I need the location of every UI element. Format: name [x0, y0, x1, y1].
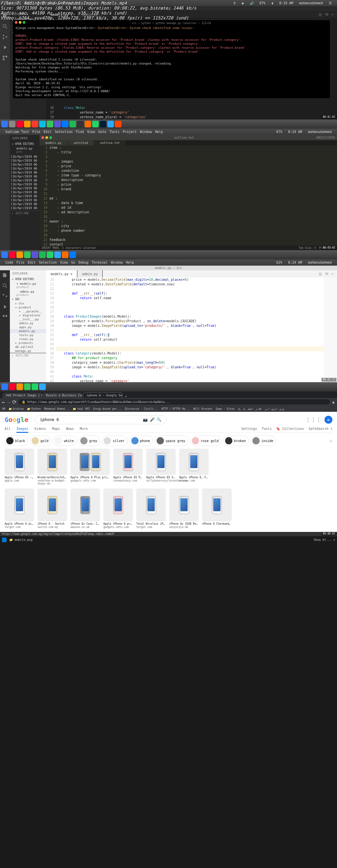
nav-news[interactable]: News	[66, 427, 74, 431]
chip[interactable]: inside	[251, 435, 276, 446]
dock-icon[interactable]	[62, 251, 68, 258]
nav-more[interactable]: More	[80, 427, 88, 431]
image-result[interactable]: Wiederaufbereitetes Apple iPhone 6 ...vo…	[37, 448, 67, 485]
dock-icon[interactable]	[24, 121, 31, 127]
dock-icon[interactable]	[1, 383, 8, 390]
file-item[interactable]: × models.py product	[10, 281, 46, 289]
code-content[interactable]: class Meta: verbose_name = 'category' ve…	[56, 106, 337, 120]
new-tab-button[interactable]: +	[123, 395, 129, 398]
git-icon[interactable]	[2, 293, 8, 299]
split-icon[interactable]: ◫	[319, 272, 321, 276]
bookmark[interactable]: Will Vincent	[193, 407, 212, 410]
dock-icon[interactable]	[17, 251, 23, 258]
code-content[interactable]: price = models.DecimalField(max_digits=1…	[56, 277, 324, 382]
dock-icon[interactable]	[1, 251, 8, 258]
image-result[interactable]: Apple iPhone 6S 32GB - Carr...cellphoner…	[146, 448, 176, 485]
menu-edit[interactable]: Edit	[28, 261, 35, 264]
menu-goto[interactable]: Goto	[98, 130, 106, 134]
terminal-panel[interactable]: src — python • python manage.py runserve…	[12, 20, 330, 99]
nav-images[interactable]: Images	[17, 427, 28, 433]
start-button[interactable]	[2, 537, 7, 542]
nav-settings[interactable]: Settings	[241, 427, 257, 431]
image-result[interactable]: iPhone 6 - Switchswitch.com.my	[37, 489, 67, 529]
bookmark[interactable]: فلاتر افضل ما يك	[238, 407, 262, 410]
close-icon[interactable]: ×	[70, 272, 72, 276]
nav-videos[interactable]: Videos	[34, 427, 46, 431]
nav-safesearch[interactable]: SafeSearch ▾	[309, 427, 332, 431]
image-result[interactable]: Apple iPhone 6, Fully Unlocked, 16...ama…	[179, 448, 209, 485]
minimap[interactable]	[324, 277, 337, 382]
dock-icon[interactable]	[1, 121, 8, 127]
dock-icon[interactable]	[54, 251, 61, 258]
dock-icon[interactable]	[47, 121, 53, 127]
search-box[interactable]: 📷 🎤 🔍	[35, 415, 166, 424]
dock-icon[interactable]	[17, 121, 23, 127]
chip[interactable]: black	[5, 435, 28, 446]
url-bar[interactable]: 🔒 https://www.google.com.eg/search?rl=en…	[19, 399, 330, 405]
tab-admin[interactable]: admin.py	[77, 270, 103, 277]
dock-icon[interactable]	[24, 383, 31, 390]
back-button[interactable]: ←	[2, 399, 5, 405]
bookmark[interactable]: HTTP / HTTPS He...	[161, 407, 190, 410]
volume-icon[interactable]: 🔊	[250, 1, 254, 5]
camera-icon[interactable]: 📷	[143, 417, 148, 422]
google-logo[interactable]: Google	[5, 416, 28, 424]
search-input[interactable]	[40, 417, 143, 422]
image-result[interactable]: Apple iPhone 6S Plus - 4 Col...renewatea…	[113, 448, 143, 485]
search-icon[interactable]: ⚲	[233, 1, 236, 5]
wifi-icon[interactable]: ◉	[242, 1, 244, 5]
debug-icon[interactable]	[2, 304, 8, 310]
dock-icon[interactable]	[77, 121, 84, 127]
compare-icon[interactable]: ⟲	[325, 272, 328, 276]
search-icon[interactable]	[2, 23, 8, 29]
image-result[interactable]: Total Wireless iPhone 6 32...target.com	[136, 489, 166, 529]
bookmark[interactable]: Discourse - Civili...	[125, 407, 158, 410]
dock-icon[interactable]	[39, 121, 46, 127]
dock-icon[interactable]	[85, 121, 91, 127]
chip[interactable]: rose gold	[190, 435, 221, 446]
username[interactable]: mahmoudahmed	[299, 1, 323, 5]
split-icon[interactable]: ◫	[319, 12, 321, 17]
dock-icon[interactable]	[47, 251, 53, 258]
bookmark[interactable]: Group based per...	[93, 407, 122, 410]
tree-item[interactable]: db.sqlite3	[10, 345, 46, 349]
bookmark[interactable]: Mahmoud Ahmed...	[44, 407, 69, 410]
dock-icon[interactable]	[9, 251, 16, 258]
dock-icon[interactable]	[107, 121, 114, 127]
image-result[interactable]: Apple iPhone 6 with FaceTi...target.com	[5, 489, 34, 529]
mic-icon[interactable]: 🎤	[150, 417, 155, 422]
menu-terminal[interactable]: Terminal	[92, 261, 108, 264]
tab-models[interactable]: models.py	[39, 140, 68, 146]
menu-file[interactable]: File	[32, 130, 40, 134]
bookmark[interactable]: Sumo - Sites	[216, 407, 235, 410]
bookmark[interactable]: 📁 Archive	[8, 407, 24, 410]
dock-icon[interactable]	[9, 383, 16, 390]
reload-button[interactable]: ⟳	[12, 399, 17, 405]
tab-untitled[interactable]: untitled	[68, 140, 94, 146]
nav-tools[interactable]: Tools	[262, 427, 272, 431]
chip[interactable]: gold	[30, 435, 51, 446]
taskbar-showall[interactable]: Show Al... ✕	[314, 538, 335, 541]
chip[interactable]: silver	[102, 435, 127, 446]
menu-sublime[interactable]: Sublime Text	[5, 130, 29, 134]
files-icon[interactable]	[2, 272, 8, 278]
menu-help[interactable]: Help	[126, 261, 134, 264]
compare-icon[interactable]: ⟲	[325, 12, 328, 17]
extensions-icon[interactable]	[2, 55, 8, 61]
taskbar-item[interactable]: 📁 mobile.png	[9, 538, 33, 541]
menu-selection[interactable]: Selection	[55, 130, 72, 134]
username[interactable]: mahmoudahmed	[308, 130, 332, 134]
nav-collections[interactable]: 🔖 Collections	[276, 427, 304, 431]
search-icon[interactable]: 🔍	[157, 417, 161, 422]
src-section[interactable]: ▾ SRC	[10, 297, 46, 302]
menu-selection[interactable]: Selection	[39, 261, 57, 264]
outline-content[interactable]: item : - title - images - price - condit…	[49, 146, 337, 246]
menu-go[interactable]: Go	[71, 261, 75, 264]
chip[interactable]: white	[53, 435, 77, 446]
tree-item[interactable]: apps.py	[10, 325, 46, 329]
forward-button[interactable]: →	[7, 399, 10, 405]
chrome-tab[interactable]: Resale a Business Category F...	[43, 393, 82, 398]
dock-icon[interactable]	[24, 251, 31, 258]
menu-file[interactable]: File	[17, 261, 24, 264]
tree-item[interactable]: __init__.py	[10, 317, 46, 321]
